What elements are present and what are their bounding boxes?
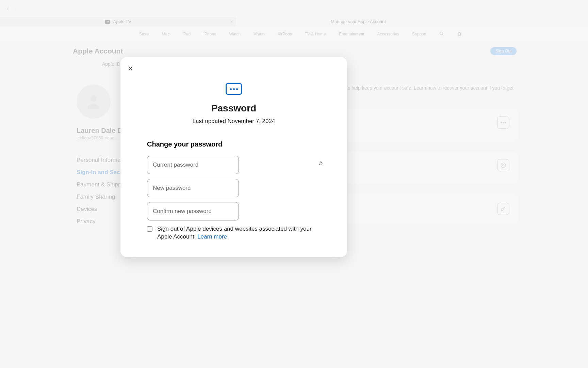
- close-icon: ✕: [128, 65, 133, 72]
- checkbox-text: Sign out of Apple devices and websites a…: [157, 226, 312, 240]
- close-button[interactable]: ✕: [128, 65, 133, 72]
- new-password-input[interactable]: [147, 179, 239, 197]
- learn-more-link[interactable]: Learn more: [197, 233, 227, 240]
- change-password-heading: Change your password: [147, 140, 321, 148]
- password-dots-icon: [226, 83, 242, 95]
- confirm-password-input[interactable]: [147, 202, 239, 220]
- password-modal: ✕ Password Last updated November 7, 2024…: [120, 57, 347, 257]
- modal-last-updated: Last updated November 7, 2024: [147, 118, 321, 125]
- modal-title: Password: [147, 103, 321, 114]
- current-password-input[interactable]: [147, 156, 239, 174]
- signout-checkbox[interactable]: [147, 226, 152, 232]
- checkbox-label: Sign out of Apple devices and websites a…: [157, 225, 321, 241]
- signout-checkbox-row: Sign out of Apple devices and websites a…: [147, 225, 321, 241]
